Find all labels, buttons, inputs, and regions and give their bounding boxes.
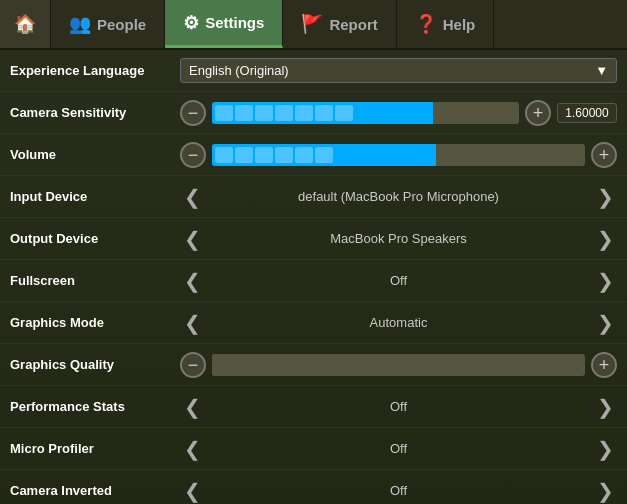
main-area: Experience LanguageEnglish (Original)▼Ca… [0,50,627,504]
select-value-output-device: MacBook Pro Speakers [210,231,587,246]
select-right-arrow-output-device[interactable]: ❯ [593,227,617,251]
slider-plus-camera-sensitivity[interactable]: + [525,100,551,126]
people-icon: 👥 [69,13,91,35]
settings-row-camera-inverted: Camera Inverted❮Off❯ [0,470,627,504]
slider-segment [215,147,233,163]
slider-minus-camera-sensitivity[interactable]: − [180,100,206,126]
language-dropdown[interactable]: English (Original)▼ [180,58,617,83]
slider-segment [255,105,273,121]
row-control-camera-sensitivity: −+1.60000 [180,100,617,126]
home-icon: 🏠 [14,13,36,35]
slider-fill-graphics-quality [212,354,218,376]
slider-segment [335,105,353,121]
row-label-fullscreen: Fullscreen [10,273,180,288]
select-right-arrow-performance-stats[interactable]: ❯ [593,395,617,419]
row-label-experience-language: Experience Language [10,63,180,78]
row-control-fullscreen: ❮Off❯ [180,269,617,293]
select-right-arrow-fullscreen[interactable]: ❯ [593,269,617,293]
select-value-fullscreen: Off [210,273,587,288]
slider-fill-camera-sensitivity [212,102,433,124]
row-label-graphics-mode: Graphics Mode [10,315,180,330]
row-control-volume: −+ [180,142,617,168]
row-control-output-device: ❮MacBook Pro Speakers❯ [180,227,617,251]
nav-settings[interactable]: ⚙ Settings [165,0,283,48]
row-label-performance-stats: Performance Stats [10,399,180,414]
slider-minus-volume[interactable]: − [180,142,206,168]
slider-segment [235,105,253,121]
nav-report[interactable]: 🚩 Report [283,0,396,48]
nav-people[interactable]: 👥 People [51,0,165,48]
row-label-input-device: Input Device [10,189,180,204]
settings-row-input-device: Input Device❮default (MacBook Pro Microp… [0,176,627,218]
slider-minus-graphics-quality[interactable]: − [180,352,206,378]
dropdown-arrow-icon: ▼ [595,63,608,78]
select-right-arrow-graphics-mode[interactable]: ❯ [593,311,617,335]
select-left-arrow-graphics-mode[interactable]: ❮ [180,311,204,335]
select-value-camera-inverted: Off [210,483,587,498]
select-left-arrow-camera-inverted[interactable]: ❮ [180,479,204,503]
nav-settings-label: Settings [205,14,264,31]
select-value-performance-stats: Off [210,399,587,414]
row-control-graphics-quality: −+ [180,352,617,378]
settings-row-micro-profiler: Micro Profiler❮Off❯ [0,428,627,470]
slider-plus-volume[interactable]: + [591,142,617,168]
language-value: English (Original) [189,63,289,78]
slider-segment [275,105,293,121]
nav-report-label: Report [329,16,377,33]
slider-value-camera-sensitivity: 1.60000 [557,103,617,123]
select-right-arrow-micro-profiler[interactable]: ❯ [593,437,617,461]
nav-help-label: Help [443,16,476,33]
row-label-output-device: Output Device [10,231,180,246]
slider-segment [215,105,233,121]
slider-segment [295,105,313,121]
row-control-camera-inverted: ❮Off❯ [180,479,617,503]
select-right-arrow-camera-inverted[interactable]: ❯ [593,479,617,503]
settings-row-graphics-mode: Graphics Mode❮Automatic❯ [0,302,627,344]
slider-segment [255,147,273,163]
select-left-arrow-output-device[interactable]: ❮ [180,227,204,251]
nav-help[interactable]: ❓ Help [397,0,495,48]
slider-segment [235,147,253,163]
row-control-performance-stats: ❮Off❯ [180,395,617,419]
settings-row-volume: Volume−+ [0,134,627,176]
row-label-camera-inverted: Camera Inverted [10,483,180,498]
nav-bar: 🏠 👥 People ⚙ Settings 🚩 Report ❓ Help [0,0,627,50]
slider-segment [275,147,293,163]
settings-row-fullscreen: Fullscreen❮Off❯ [0,260,627,302]
report-icon: 🚩 [301,13,323,35]
row-control-input-device: ❮default (MacBook Pro Microphone)❯ [180,185,617,209]
settings-icon: ⚙ [183,12,199,34]
settings-row-camera-sensitivity: Camera Sensitivity−+1.60000 [0,92,627,134]
row-label-camera-sensitivity: Camera Sensitivity [10,105,180,120]
settings-row-output-device: Output Device❮MacBook Pro Speakers❯ [0,218,627,260]
select-left-arrow-fullscreen[interactable]: ❮ [180,269,204,293]
select-value-micro-profiler: Off [210,441,587,456]
slider-segment [315,105,333,121]
nav-people-label: People [97,16,146,33]
settings-row-graphics-quality: Graphics Quality−+ [0,344,627,386]
slider-segment [315,147,333,163]
select-left-arrow-performance-stats[interactable]: ❮ [180,395,204,419]
row-label-micro-profiler: Micro Profiler [10,441,180,456]
select-left-arrow-micro-profiler[interactable]: ❮ [180,437,204,461]
select-right-arrow-input-device[interactable]: ❯ [593,185,617,209]
slider-plus-graphics-quality[interactable]: + [591,352,617,378]
slider-track-graphics-quality[interactable] [212,354,585,376]
slider-track-camera-sensitivity[interactable] [212,102,519,124]
row-label-volume: Volume [10,147,180,162]
settings-row-performance-stats: Performance Stats❮Off❯ [0,386,627,428]
help-icon: ❓ [415,13,437,35]
row-control-experience-language: English (Original)▼ [180,58,617,83]
nav-home[interactable]: 🏠 [0,0,51,48]
settings-panel: Experience LanguageEnglish (Original)▼Ca… [0,50,627,504]
select-value-graphics-mode: Automatic [210,315,587,330]
select-left-arrow-input-device[interactable]: ❮ [180,185,204,209]
slider-segment [295,147,313,163]
slider-track-volume[interactable] [212,144,585,166]
select-value-input-device: default (MacBook Pro Microphone) [210,189,587,204]
row-control-micro-profiler: ❮Off❯ [180,437,617,461]
row-control-graphics-mode: ❮Automatic❯ [180,311,617,335]
slider-fill-volume [212,144,436,166]
row-label-graphics-quality: Graphics Quality [10,357,180,372]
settings-row-experience-language: Experience LanguageEnglish (Original)▼ [0,50,627,92]
